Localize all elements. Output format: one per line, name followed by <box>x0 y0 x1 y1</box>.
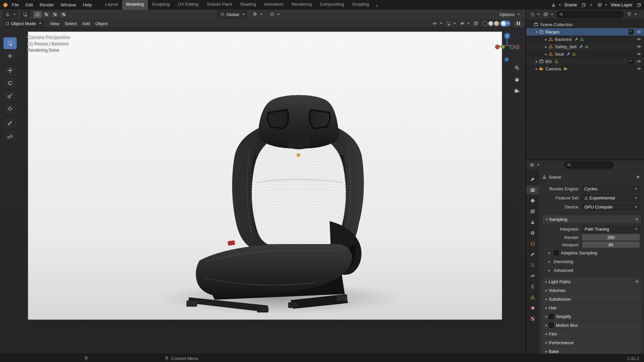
wireframe-shading-button[interactable] <box>483 21 488 26</box>
collection-exclude-checkbox[interactable] <box>629 29 634 35</box>
view-layer-icon[interactable] <box>597 3 602 7</box>
gizmo-y-neg-axis[interactable] <box>511 45 514 49</box>
menu-render[interactable]: Render <box>37 1 57 9</box>
show-hide-dropdown[interactable] <box>432 20 443 27</box>
tab-texture[interactable] <box>526 314 539 323</box>
disclosure-icon[interactable] <box>544 45 548 49</box>
outliner-row-bg[interactable]: BG <box>526 58 644 65</box>
advanced-subpanel[interactable]: Advanced <box>542 266 641 275</box>
material-preview-button[interactable] <box>494 21 499 26</box>
select-set-button[interactable] <box>33 11 42 18</box>
tab-animation[interactable]: Animation <box>260 0 287 10</box>
pin-icon[interactable] <box>636 175 640 180</box>
gizmo-y-axis[interactable] <box>501 45 505 49</box>
tab-constraints[interactable] <box>526 282 539 291</box>
chevron-down-icon[interactable] <box>605 4 607 6</box>
tab-texture-paint[interactable]: Texture Paint <box>203 0 236 10</box>
film-panel[interactable]: Film <box>542 330 641 338</box>
tab-tool[interactable] <box>526 175 539 184</box>
camera-axis-dot[interactable] <box>504 57 509 62</box>
subdivision-panel[interactable]: Subdivision <box>542 295 641 303</box>
tab-sculpting[interactable]: Sculpting <box>148 0 174 10</box>
tab-object[interactable] <box>526 239 539 248</box>
move-tool[interactable] <box>3 64 17 76</box>
active-tool-button[interactable] <box>21 11 30 18</box>
zoom-button[interactable] <box>513 64 521 72</box>
menu-view[interactable]: View <box>47 21 62 26</box>
tab-shading[interactable]: Shading <box>236 0 260 10</box>
tab-view-layer[interactable] <box>526 207 539 216</box>
eye-icon[interactable] <box>637 52 641 56</box>
menu-edit[interactable]: Edit <box>22 1 36 9</box>
hair-panel[interactable]: Hair <box>542 304 641 312</box>
disclosure-icon[interactable] <box>544 37 548 42</box>
device-dropdown[interactable]: GPU Compute <box>582 204 640 210</box>
measure-tool[interactable] <box>3 130 17 142</box>
scene-icon[interactable] <box>551 3 556 7</box>
snap-toggle-button[interactable] <box>251 11 264 18</box>
performance-panel[interactable]: Performance <box>542 339 641 347</box>
eye-icon[interactable] <box>637 44 641 49</box>
tab-object-data[interactable] <box>526 293 539 302</box>
tab-render[interactable] <box>526 186 539 194</box>
disclosure-icon[interactable] <box>544 52 548 56</box>
disclosure-icon[interactable] <box>534 67 539 71</box>
preset-menu-icon[interactable]: ≡ <box>635 217 638 222</box>
new-scene-button[interactable] <box>581 2 587 8</box>
scene-name-field[interactable]: Scene <box>562 1 579 9</box>
integrator-dropdown[interactable]: Path Tracing <box>582 226 640 233</box>
menu-select[interactable]: Select <box>62 21 79 26</box>
disclosure-icon[interactable] <box>534 59 539 64</box>
preset-menu-icon[interactable]: ≡ <box>636 279 638 284</box>
sampling-panel-header[interactable]: Sampling ≡ <box>542 215 641 223</box>
menu-object[interactable]: Object <box>93 21 111 26</box>
outliner-display-mode-button[interactable] <box>543 11 554 18</box>
outliner-filter-button[interactable] <box>626 11 637 18</box>
gizmo-x-neg-axis[interactable] <box>495 45 500 49</box>
navigation-gizmo[interactable]: Z X <box>494 32 521 59</box>
transform-tool[interactable] <box>3 103 17 115</box>
select-intersect-button[interactable] <box>59 11 68 18</box>
chevron-down-icon[interactable] <box>559 4 561 6</box>
menu-add[interactable]: Add <box>79 21 93 26</box>
select-extend-button[interactable] <box>42 11 51 18</box>
outliner-row-backrest[interactable]: Backrest <box>526 36 644 43</box>
solid-shading-button[interactable] <box>488 21 493 26</box>
tab-world[interactable] <box>526 229 539 237</box>
tab-compositing[interactable]: Compositing <box>316 0 348 10</box>
tab-modeling[interactable]: Modeling <box>122 0 148 10</box>
pan-button[interactable] <box>513 75 521 83</box>
annotate-tool[interactable] <box>3 117 17 129</box>
adaptive-sampling-checkbox[interactable] <box>554 250 559 255</box>
tab-scene[interactable] <box>526 218 539 227</box>
properties-editor-type-button[interactable] <box>529 162 540 169</box>
volumes-panel[interactable]: Volumes <box>542 286 641 294</box>
disclosure-icon[interactable] <box>534 30 539 34</box>
menu-window[interactable]: Window <box>58 1 79 9</box>
viewport-samples-field[interactable]: 80 <box>582 241 640 248</box>
rotate-tool[interactable] <box>3 77 17 89</box>
collection-exclude-checkbox[interactable] <box>629 59 634 64</box>
tab-modifiers[interactable] <box>526 250 539 259</box>
tab-layout[interactable]: Layout <box>101 0 122 10</box>
outliner-row-recaro[interactable]: Recaro <box>526 28 644 36</box>
adaptive-sampling-subpanel[interactable]: Adaptive Sampling <box>542 248 641 257</box>
light-paths-panel[interactable]: Light Paths ≡ <box>542 278 641 286</box>
bake-panel[interactable]: Bake <box>542 347 641 354</box>
add-workspace-button[interactable]: + <box>373 2 381 10</box>
xray-toggle[interactable] <box>473 20 479 27</box>
editor-type-button[interactable] <box>3 11 18 18</box>
eye-icon[interactable] <box>637 37 641 42</box>
blender-logo[interactable] <box>3 2 8 8</box>
view-layer-name-field[interactable]: View Layer <box>608 1 635 9</box>
camera-view-button[interactable] <box>513 87 521 95</box>
feature-set-dropdown[interactable]: ⚠Experimental <box>582 195 640 201</box>
eye-icon[interactable] <box>637 66 641 71</box>
viewport-canvas[interactable]: Camera Perspective (1) Recaro | Backrest… <box>0 28 526 354</box>
proportional-editing-button[interactable] <box>268 11 281 18</box>
outliner-row-camera[interactable]: Camera <box>526 65 644 72</box>
tab-physics[interactable] <box>526 272 539 280</box>
scale-tool[interactable] <box>3 90 17 102</box>
outliner-row-seat[interactable]: Seat <box>526 50 644 58</box>
simplify-checkbox[interactable] <box>549 314 554 319</box>
